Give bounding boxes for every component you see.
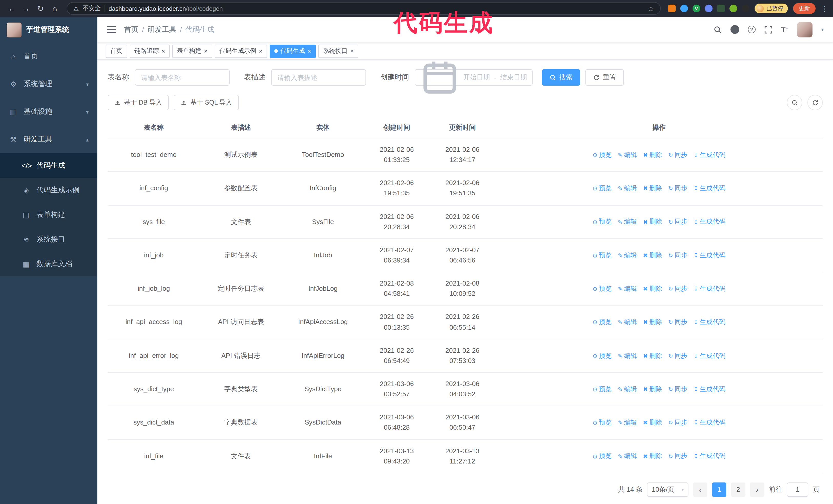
hamburger-icon[interactable]: [106, 26, 116, 33]
github-icon[interactable]: [731, 25, 739, 34]
app-logo[interactable]: 芋道管理系统: [0, 17, 97, 43]
extension-icon-2[interactable]: [680, 5, 688, 12]
action-delete[interactable]: ✖删除: [643, 184, 662, 194]
next-page-button[interactable]: ›: [750, 482, 764, 497]
action-edit[interactable]: ✎编辑: [618, 418, 637, 428]
sidebar-item-api[interactable]: ≋系统接口: [0, 227, 97, 252]
action-sync[interactable]: ↻同步: [668, 385, 687, 394]
action-delete[interactable]: ✖删除: [643, 418, 662, 428]
action-generate-code[interactable]: ↧生成代码: [694, 418, 725, 428]
action-preview[interactable]: ⊙预览: [593, 452, 612, 461]
action-generate-code[interactable]: ↧生成代码: [694, 385, 725, 394]
tab-6[interactable]: 系统接口×: [318, 44, 358, 58]
action-preview[interactable]: ⊙预览: [593, 385, 612, 394]
goto-page-input[interactable]: [787, 482, 808, 497]
action-delete[interactable]: ✖删除: [643, 318, 662, 328]
action-preview[interactable]: ⊙预览: [593, 351, 612, 361]
import-sql-button[interactable]: 基于 SQL 导入: [174, 95, 239, 110]
action-delete[interactable]: ✖删除: [643, 250, 662, 261]
search-icon[interactable]: [714, 25, 722, 33]
search-button[interactable]: 搜索: [542, 69, 580, 86]
action-edit[interactable]: ✎编辑: [618, 351, 637, 361]
action-preview[interactable]: ⊙预览: [593, 318, 612, 328]
action-edit[interactable]: ✎编辑: [618, 284, 637, 294]
prev-page-button[interactable]: ‹: [693, 482, 708, 497]
action-sync[interactable]: ↻同步: [668, 184, 687, 194]
sidebar-item-codegen-example[interactable]: ◈代码生成示例: [0, 178, 97, 202]
action-delete[interactable]: ✖删除: [643, 284, 662, 294]
browser-update-button[interactable]: 更新: [793, 3, 815, 14]
tab-4[interactable]: 代码生成示例×: [215, 44, 267, 58]
sidebar-item-devtools[interactable]: ⚒研发工具▴: [0, 126, 97, 153]
action-preview[interactable]: ⊙预览: [593, 284, 612, 294]
action-sync[interactable]: ↻同步: [668, 284, 687, 294]
sidebar-item-codegen[interactable]: </>代码生成: [0, 153, 97, 178]
tab-5[interactable]: 代码生成×: [270, 44, 316, 58]
browser-refresh-icon[interactable]: ↻: [34, 4, 47, 13]
action-delete[interactable]: ✖删除: [643, 150, 662, 160]
browser-back-icon[interactable]: ←: [5, 4, 19, 13]
action-sync[interactable]: ↻同步: [668, 250, 687, 261]
action-preview[interactable]: ⊙预览: [593, 418, 612, 428]
action-edit[interactable]: ✎编辑: [618, 184, 637, 194]
table-desc-input[interactable]: [271, 69, 366, 86]
close-icon[interactable]: ×: [204, 48, 208, 54]
action-sync[interactable]: ↻同步: [668, 217, 687, 227]
action-generate-code[interactable]: ↧生成代码: [694, 452, 725, 461]
sidebar-item-infra[interactable]: ▦基础设施▾: [0, 98, 97, 126]
sidebar-item-home[interactable]: ⌂首页: [0, 43, 97, 70]
browser-forward-icon[interactable]: →: [20, 4, 33, 13]
action-generate-code[interactable]: ↧生成代码: [694, 150, 725, 160]
action-sync[interactable]: ↻同步: [668, 418, 687, 428]
extension-icon-1[interactable]: [668, 5, 675, 12]
import-db-button[interactable]: 基于 DB 导入: [108, 95, 169, 110]
action-generate-code[interactable]: ↧生成代码: [694, 184, 725, 194]
tab-1[interactable]: 首页: [105, 44, 127, 58]
action-edit[interactable]: ✎编辑: [618, 217, 637, 227]
tab-2[interactable]: 链路追踪×: [130, 44, 170, 58]
date-range-picker[interactable]: 开始日期 - 结束日期: [415, 69, 532, 86]
action-edit[interactable]: ✎编辑: [618, 385, 637, 394]
user-avatar[interactable]: [797, 22, 812, 37]
close-icon[interactable]: ×: [350, 48, 354, 54]
action-edit[interactable]: ✎编辑: [618, 318, 637, 328]
page-size-select[interactable]: 10条/页 ▾: [647, 482, 688, 497]
sidebar-item-db-doc[interactable]: ▦数据库文档: [0, 252, 97, 277]
action-sync[interactable]: ↻同步: [668, 452, 687, 461]
action-preview[interactable]: ⊙预览: [593, 250, 612, 261]
action-edit[interactable]: ✎编辑: [618, 452, 637, 461]
action-delete[interactable]: ✖删除: [643, 351, 662, 361]
extension-icon-3[interactable]: V: [693, 5, 700, 12]
user-menu-caret-icon[interactable]: ▾: [821, 27, 824, 32]
action-generate-code[interactable]: ↧生成代码: [694, 351, 725, 361]
refresh-table-button[interactable]: [807, 95, 823, 110]
close-icon[interactable]: ×: [259, 48, 262, 54]
toggle-search-button[interactable]: [787, 95, 802, 110]
action-delete[interactable]: ✖删除: [643, 217, 662, 227]
extension-icon-6[interactable]: [730, 5, 737, 12]
page-button-1[interactable]: 1: [712, 482, 727, 497]
help-icon[interactable]: ?: [748, 26, 756, 33]
action-generate-code[interactable]: ↧生成代码: [694, 250, 725, 261]
action-edit[interactable]: ✎编辑: [618, 250, 637, 261]
page-button-2[interactable]: 2: [731, 482, 745, 497]
action-generate-code[interactable]: ↧生成代码: [694, 284, 725, 294]
tab-3[interactable]: 表单构建×: [172, 44, 212, 58]
breadcrumb-item[interactable]: 研发工具: [148, 25, 176, 34]
sidebar-item-form-build[interactable]: ▤表单构建: [0, 202, 97, 227]
action-preview[interactable]: ⊙预览: [593, 217, 612, 227]
close-icon[interactable]: ×: [162, 48, 165, 54]
font-size-icon[interactable]: TT: [781, 25, 788, 33]
action-generate-code[interactable]: ↧生成代码: [694, 217, 725, 227]
table-name-input[interactable]: [135, 69, 230, 86]
sidebar-item-system[interactable]: ⚙系统管理▾: [0, 70, 97, 98]
profile-paused-badge[interactable]: 已暂停: [755, 4, 788, 13]
browser-home-icon[interactable]: ⌂: [48, 4, 62, 13]
extension-icon-5[interactable]: [717, 5, 725, 12]
action-preview[interactable]: ⊙预览: [593, 184, 612, 194]
fullscreen-icon[interactable]: [764, 25, 772, 33]
bookmark-star-icon[interactable]: ☆: [648, 4, 654, 13]
browser-menu-icon[interactable]: ⋮: [821, 4, 828, 13]
close-icon[interactable]: ×: [308, 48, 311, 54]
action-sync[interactable]: ↻同步: [668, 150, 687, 160]
